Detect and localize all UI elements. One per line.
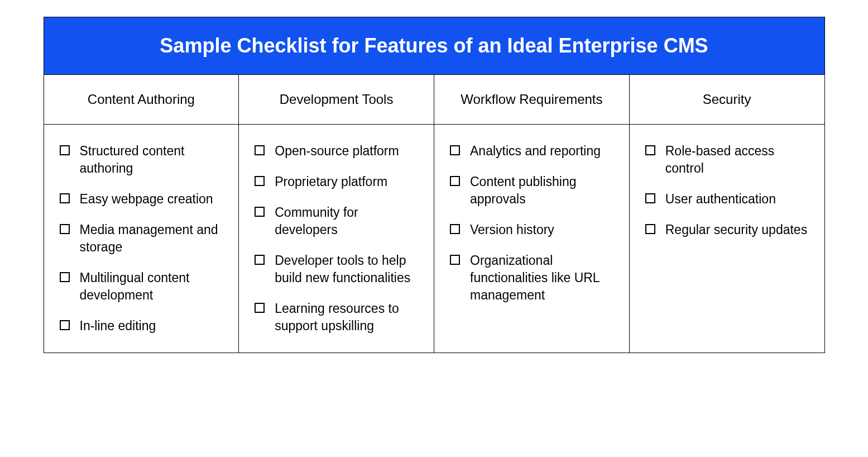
column-header-content-authoring: Content Authoring [44,75,239,124]
checkbox-icon[interactable] [60,145,70,155]
checkbox-icon[interactable] [60,272,70,282]
check-label: User authentication [665,191,809,208]
checkbox-icon[interactable] [60,193,70,203]
check-label: Multilingual content development [80,269,223,304]
check-label: Proprietary platform [275,173,418,191]
check-label: Role-based access control [665,142,809,177]
check-item: Regular security updates [645,221,809,239]
check-item: Role-based access control [645,142,809,177]
checkbox-icon[interactable] [450,255,460,265]
check-item: Learning resources to support upskilling [255,300,418,335]
column-header-development-tools: Development Tools [239,75,434,124]
column-body-content-authoring: Structured content authoring Easy webpag… [44,125,239,353]
check-item: Media management and storage [60,221,223,256]
checkbox-icon[interactable] [255,255,265,265]
check-label: Media management and storage [80,221,223,256]
column-header-workflow-requirements: Workflow Requirements [434,75,630,124]
check-item: Structured content authoring [60,142,223,177]
check-label: Regular security updates [665,221,809,239]
check-item: In-line editing [60,317,223,335]
check-item: Multilingual content development [60,269,223,304]
table-title: Sample Checklist for Features of an Idea… [44,17,824,75]
checkbox-icon[interactable] [255,303,265,313]
check-item: Developer tools to help build new functi… [255,252,418,287]
check-label: In-line editing [80,317,223,335]
checkbox-icon[interactable] [450,145,460,155]
checkbox-icon[interactable] [645,145,655,155]
check-label: Structured content authoring [80,142,223,177]
check-label: Developer tools to help build new functi… [275,252,418,287]
checkbox-icon[interactable] [450,224,460,234]
check-item: Open-source platform [255,142,418,160]
checkbox-icon[interactable] [645,193,655,203]
check-label: Analytics and reporting [470,142,613,160]
checkbox-icon[interactable] [450,176,460,186]
column-header-security: Security [630,75,824,124]
check-label: Community for developers [275,204,418,239]
check-item: Content publishing approvals [450,173,613,208]
check-item: Proprietary platform [255,173,418,191]
checkbox-icon[interactable] [255,176,265,186]
table-body-row: Structured content authoring Easy webpag… [44,125,824,353]
checkbox-icon[interactable] [60,224,70,234]
check-item: Analytics and reporting [450,142,613,160]
checkbox-icon[interactable] [60,320,70,330]
checklist-table: Sample Checklist for Features of an Idea… [44,17,825,353]
check-item: Organizational functionalities like URL … [450,252,613,304]
check-label: Version history [470,221,613,239]
check-label: Organizational functionalities like URL … [470,252,613,304]
check-item: Easy webpage creation [60,191,223,208]
check-label: Easy webpage creation [80,191,223,208]
column-body-security: Role-based access control User authentic… [630,125,824,353]
check-label: Learning resources to support upskilling [275,300,418,335]
column-body-workflow-requirements: Analytics and reporting Content publishi… [434,125,630,353]
column-headers-row: Content Authoring Development Tools Work… [44,75,824,125]
checkbox-icon[interactable] [255,145,265,155]
checkbox-icon[interactable] [255,207,265,217]
check-item: Community for developers [255,204,418,239]
check-item: Version history [450,221,613,239]
check-label: Content publishing approvals [470,173,613,208]
column-body-development-tools: Open-source platform Proprietary platfor… [239,125,434,353]
check-label: Open-source platform [275,142,418,160]
checkbox-icon[interactable] [645,224,655,234]
check-item: User authentication [645,191,809,208]
